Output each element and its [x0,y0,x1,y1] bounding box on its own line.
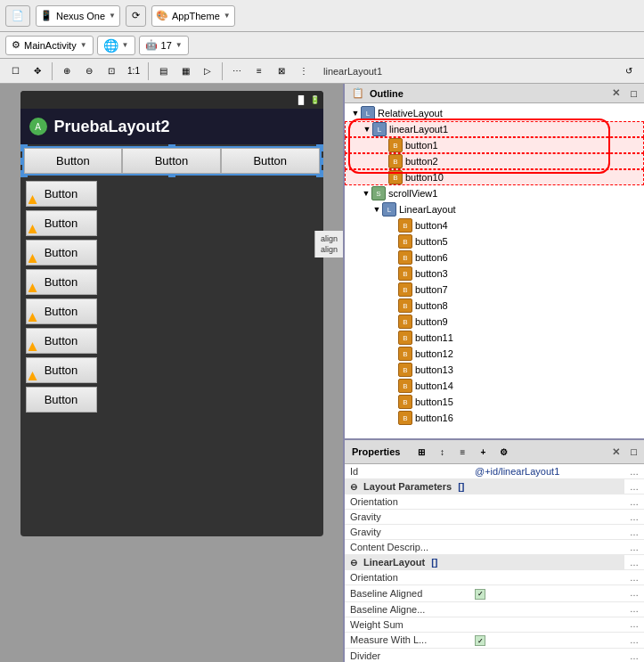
col-button-4[interactable]: Button [26,269,97,295]
rotate-button[interactable]: ⟳ [126,5,146,27]
button-icon: B [398,331,412,345]
linear-layout-highlighted[interactable]: Button Button Button [22,146,322,176]
properties-close-button[interactable]: ✕ [612,446,620,458]
expand-arrow[interactable]: ▼ [371,205,382,214]
button-icon: B [388,154,403,168]
more-button[interactable]: ⋮ [294,61,314,81]
warn-icon-2 [29,225,37,233]
outline-close-button[interactable]: ✕ [612,87,620,99]
col-button-5[interactable]: Button [26,298,97,324]
col-button-1[interactable]: Button [26,181,97,207]
button-icon: B [388,170,403,184]
prop-id-label: Id [345,464,469,479]
prop-baseline-label: Baseline Aligned [345,585,469,602]
tree-item-button11[interactable]: ▶Bbutton11 [345,330,644,346]
prop-baseline2-dots[interactable]: … [624,601,644,617]
baseline-checkbox[interactable]: ✓ [475,589,485,600]
outline-tree[interactable]: ▼ L RelativeLayout ▼ L linearLayout1 ▶ B… [345,103,644,438]
col-button-8[interactable]: Button [26,387,97,413]
button-icon: B [398,282,412,297]
button-row-3[interactable]: Button [221,148,320,174]
filter-icon[interactable]: ⊞ [412,443,430,461]
col-button-6[interactable]: Button [26,328,97,354]
sort-icon[interactable]: ↕ [433,443,451,461]
prop-content-dots[interactable]: … [624,540,644,555]
measure-checkbox[interactable]: ✓ [475,635,485,646]
fit-button[interactable]: ⊡ [102,61,121,81]
locale-dropdown[interactable]: 🌐 ▼ [97,36,135,55]
col-button-3[interactable]: Button [26,240,97,266]
constraint-button[interactable]: ⋯ [227,61,247,81]
new-button[interactable]: 📄 [5,5,30,27]
preview-button[interactable]: ▷ [198,61,217,81]
button-row-2[interactable]: Button [122,148,221,174]
add-icon[interactable]: + [474,443,492,461]
col-button-7[interactable]: Button [26,357,97,383]
outline-tab[interactable]: Outline [370,88,404,99]
expand-arrow[interactable]: ▼ [362,125,372,134]
tree-item-linearlayout1[interactable]: ▼ L linearLayout1 [345,121,644,137]
prop-baseline-dots[interactable]: … [624,585,644,602]
settings-icon[interactable]: ⚙ [494,443,512,461]
theme-dropdown[interactable]: 🎨 AppTheme ▼ [151,5,235,27]
canvas-area[interactable]: ▐▌🔋 A PruebaLayout2 Butt [0,84,343,662]
actual-size-button[interactable]: 1:1 [124,61,143,81]
distribute-button[interactable]: ⊠ [272,61,291,81]
expand-arrow[interactable]: ▼ [361,189,371,198]
tree-item-button6[interactable]: ▶Bbutton6 [345,249,644,266]
activity-dropdown[interactable]: ⚙ MainActivity ▼ [5,36,94,55]
linearlayout-header[interactable]: ⊖ LinearLayout [] [345,555,624,570]
tree-item-relativelayout[interactable]: ▼ L RelativeLayout [345,105,644,121]
device-dropdown[interactable]: 📱 Nexus One ▼ [36,5,120,27]
tree-item-button15[interactable]: ▶Bbutton15 [345,394,644,410]
section-toggle2[interactable]: ⊖ [350,558,357,568]
list-icon[interactable]: ≡ [453,443,471,461]
layout-view-button[interactable]: ▤ [153,61,173,81]
align-button[interactable]: ≡ [249,61,269,81]
prop-gravity-dots[interactable]: … [624,510,644,525]
tree-item-button13[interactable]: ▶Bbutton13 [345,362,644,378]
prop-weightsum-dots[interactable]: … [624,617,644,632]
api-dropdown[interactable]: 🤖 17 ▼ [139,36,189,55]
button-row-1[interactable]: Button [24,148,123,174]
prop-orientation2-dots[interactable]: … [624,570,644,585]
prop-ll-section-dots[interactable]: … [624,555,644,570]
tree-item-button7[interactable]: ▶Bbutton7 [345,282,644,298]
col-button-2[interactable]: Button [26,210,97,236]
prop-divider-dots[interactable]: … [624,649,644,663]
expand-arrow[interactable]: ▼ [350,109,361,118]
refresh-button[interactable]: ↺ [619,61,639,81]
tree-item-button2[interactable]: ▶ B button2 [345,153,644,169]
tree-item-button5[interactable]: ▶Bbutton5 [345,233,644,249]
tree-item-button16[interactable]: ▶Bbutton16 [345,410,644,426]
tree-item-scrollview1[interactable]: ▼ S scrollView1 [345,185,644,201]
tree-item-button1[interactable]: ▶ B button1 [345,137,644,153]
maximize-button[interactable]: □ [631,88,637,99]
graphic-view-button[interactable]: ▦ [175,61,195,81]
warn-icon-3 [29,254,37,263]
section-toggle[interactable]: ⊖ [350,482,357,492]
tree-item-button9[interactable]: ▶Bbutton9 [345,314,644,330]
select-tool-button[interactable]: ☐ [5,61,25,81]
pan-tool-button[interactable]: ✥ [28,61,47,81]
tree-item-button8[interactable]: ▶Bbutton8 [345,298,644,314]
tree-item-linearlayout[interactable]: ▼ L LinearLayout [345,201,644,217]
status-bar: ▐▌🔋 [20,91,323,109]
zoom-out-button[interactable]: ⊖ [79,61,99,81]
tree-item-button3[interactable]: ▶Bbutton3 [345,266,644,282]
tree-item-button14[interactable]: ▶Bbutton14 [345,378,644,394]
maximize-properties-button[interactable]: □ [631,446,637,457]
tree-item-button4[interactable]: ▶Bbutton4 [345,217,644,233]
zoom-in-button[interactable]: ⊕ [57,61,77,81]
prop-row-content: Content Descrip... … [345,540,644,555]
prop-baseline-value[interactable]: ✓ [469,585,624,602]
tree-item-button12[interactable]: ▶Bbutton12 [345,346,644,362]
prop-measure-value[interactable]: ✓ [469,632,624,649]
layout-params-header[interactable]: ⊖ Layout Parameters [] [345,479,624,494]
prop-measure-dots[interactable]: … [624,632,644,649]
tree-item-button10[interactable]: ▶ B button10 [345,169,644,185]
prop-section-dots[interactable]: … [624,479,644,494]
prop-gravity2-dots[interactable]: … [624,525,644,540]
prop-id-dots[interactable]: … [624,464,644,479]
prop-orientation-dots[interactable]: … [624,494,644,510]
